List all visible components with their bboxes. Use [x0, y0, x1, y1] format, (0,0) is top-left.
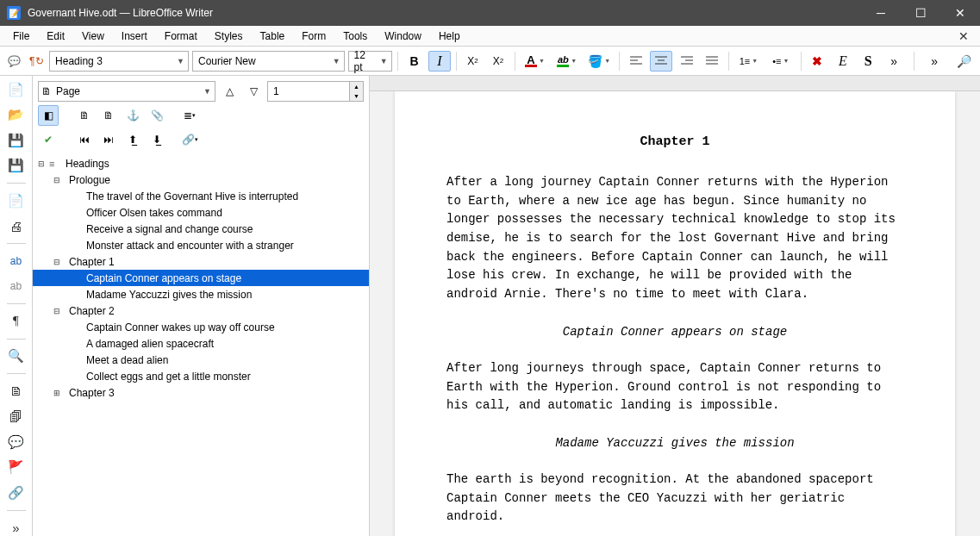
skip-back-icon[interactable]: ⏮	[74, 129, 95, 150]
save-as-icon[interactable]: 💾	[7, 158, 26, 175]
tree-item[interactable]: ⊟Chapter 2	[33, 302, 369, 319]
skip-fwd-icon[interactable]: ⏭	[98, 129, 119, 150]
tree-item[interactable]: Officer Olsen takes command	[33, 204, 369, 221]
autospell-icon[interactable]: ab	[7, 278, 26, 296]
menu-form[interactable]: Form	[293, 28, 334, 45]
subscript-button[interactable]: X2	[487, 51, 509, 72]
tree-item[interactable]: ⊟Chapter 1	[33, 253, 369, 270]
tree-item[interactable]: Captain Conner appears on stage	[33, 270, 369, 286]
font-name-combo[interactable]: Courier New ▼	[192, 51, 345, 72]
menu-insert[interactable]: Insert	[113, 28, 156, 45]
menu-format[interactable]: Format	[156, 28, 206, 45]
tree-item[interactable]: Collect eggs and get a little monster	[33, 368, 369, 384]
find-replace-button[interactable]: 🔎	[952, 51, 975, 72]
print-icon[interactable]: 🖨	[7, 218, 26, 235]
menu-styles[interactable]: Styles	[206, 28, 252, 45]
tree-item[interactable]: Monster attack and encounter with a stra…	[33, 237, 369, 253]
tree-item[interactable]: The travel of the Governant Hive is inte…	[33, 188, 369, 204]
menu-table[interactable]: Table	[252, 28, 294, 45]
accept-icon[interactable]: ✔	[38, 129, 59, 150]
tree-item[interactable]: Meet a dead alien	[33, 352, 369, 368]
bold-button[interactable]: B	[403, 51, 426, 72]
tree-item[interactable]: Madame Yaccuzzi gives the mission	[33, 286, 369, 302]
close-doc-icon[interactable]: ✕	[952, 28, 976, 45]
header-footer-icon[interactable]: 🗎	[98, 105, 119, 126]
spin-down-icon[interactable]: ▼	[349, 91, 363, 101]
navigator-tree[interactable]: ⊟ ≡ Headings ⊟PrologueThe travel of the …	[33, 153, 369, 536]
menu-window[interactable]: Window	[376, 28, 430, 45]
menu-edit[interactable]: Edit	[38, 28, 73, 45]
new-doc-icon[interactable]: 📄	[7, 81, 26, 98]
font-size-combo[interactable]: 12 pt ▼	[348, 51, 392, 72]
menu-help[interactable]: Help	[430, 28, 469, 45]
search-icon[interactable]: 🔍	[7, 347, 26, 365]
export-pdf-icon[interactable]: 📄	[7, 192, 26, 209]
expander-icon[interactable]: ⊞	[52, 389, 62, 397]
toggle-master-icon[interactable]: 🗎	[74, 105, 95, 126]
paragraph: After long journeys through space, Capta…	[446, 359, 903, 415]
numbered-list-button[interactable]: 1≡▼	[734, 51, 763, 72]
maximize-button[interactable]: ☐	[901, 0, 940, 26]
anchor-icon[interactable]: ⚓	[122, 105, 143, 126]
document-page[interactable]: Chapter 1 After a long journey Captain C…	[395, 91, 955, 536]
content-view-button[interactable]: ◧	[38, 105, 59, 126]
nav-prev-icon[interactable]: △	[219, 81, 240, 102]
spin-up-icon[interactable]: ▲	[349, 82, 363, 91]
expander-icon[interactable]: ⊟	[52, 176, 62, 184]
demote-level-icon[interactable]: ⬇̲	[147, 129, 167, 150]
comment-icon[interactable]: 💬	[7, 433, 26, 451]
bullet-list-button[interactable]: •≡▼	[766, 51, 795, 72]
tree-item[interactable]: Receive a signal and change course	[33, 221, 369, 237]
speech-bubble-icon[interactable]: 💬	[5, 52, 24, 71]
document-scroll[interactable]: Chapter 1 After a long journey Captain C…	[370, 91, 980, 536]
menu-tools[interactable]: Tools	[334, 28, 376, 45]
pilcrow-icon[interactable]: ¶	[7, 313, 26, 330]
align-justify-button[interactable]	[701, 51, 723, 72]
align-center-button[interactable]	[650, 51, 672, 72]
emphasis-style-button[interactable]: E	[832, 51, 854, 72]
expander-icon[interactable]: ⊟	[52, 307, 62, 315]
tree-item[interactable]: ⊞Chapter 3	[33, 384, 369, 401]
paragraph-bg-button[interactable]: 🪣▼	[584, 51, 613, 72]
update-style-icon[interactable]: ¶↻	[28, 52, 47, 71]
paragraph-style-combo[interactable]: Heading 3 ▼	[49, 51, 189, 72]
open-icon[interactable]: 📂	[7, 107, 26, 124]
nav-next-icon[interactable]: ▽	[243, 81, 264, 102]
attachment-icon[interactable]: 📎	[147, 105, 167, 126]
toolbar-overflow-button[interactable]: »	[883, 51, 905, 72]
close-button[interactable]: ✕	[940, 0, 980, 26]
save-icon[interactable]: 💾	[7, 132, 26, 149]
toolbar-overflow2-button[interactable]: »	[923, 51, 946, 72]
bookmark-icon[interactable]: 🚩	[7, 459, 26, 477]
superscript-button[interactable]: X2	[462, 51, 484, 72]
align-right-button[interactable]	[676, 51, 698, 72]
promote-level-icon[interactable]: ⬆̲	[122, 129, 143, 150]
spellcheck-icon[interactable]: ab	[7, 252, 26, 270]
navigator-category-value: Page	[56, 85, 80, 97]
expander-icon[interactable]: ⊟	[52, 258, 62, 266]
menu-file[interactable]: File	[4, 28, 38, 45]
insert-copy-icon[interactable]: 🗐	[7, 408, 26, 425]
tree-item[interactable]: ⊟Prologue	[33, 171, 369, 188]
paint-bucket-icon: 🪣	[588, 54, 602, 68]
insert-doc-icon[interactable]: 🗎	[7, 383, 26, 400]
tree-root[interactable]: ⊟ ≡ Headings	[33, 155, 369, 171]
paragraph: After a long journey Captain Conner retu…	[446, 173, 903, 304]
cross-ref-icon[interactable]: 🔗	[7, 484, 26, 502]
clear-formatting-button[interactable]: ✖	[807, 51, 829, 72]
align-left-button[interactable]	[625, 51, 647, 72]
link-menu-icon[interactable]: 🔗▾	[179, 129, 200, 150]
list-menu-icon[interactable]: ≣▾	[179, 105, 200, 126]
tree-item[interactable]: A damaged alien spacecraft	[33, 335, 369, 352]
strong-style-button[interactable]: S	[858, 51, 880, 72]
italic-button[interactable]: I	[428, 51, 451, 72]
menu-view[interactable]: View	[73, 28, 113, 45]
page-number-input[interactable]: 1 ▲▼	[267, 81, 364, 102]
highlight-color-button[interactable]: ab ▼	[552, 51, 581, 72]
sidebar-overflow-icon[interactable]: »	[7, 520, 26, 536]
tree-item[interactable]: Captain Conner wakes up way off course	[33, 319, 369, 335]
ruler[interactable]	[370, 76, 980, 91]
navigator-category-combo[interactable]: 🗎 Page ▼	[38, 81, 215, 102]
minimize-button[interactable]: ─	[861, 0, 901, 26]
font-color-button[interactable]: A ▼	[521, 51, 549, 72]
